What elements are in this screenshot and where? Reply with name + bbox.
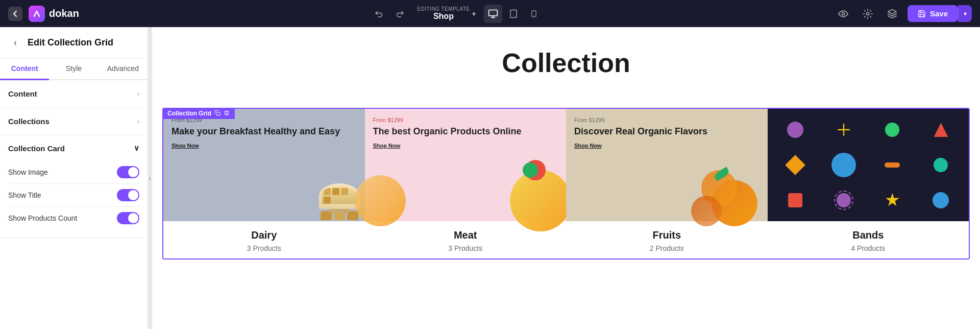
sidebar-section-collections[interactable]: Collections › [0, 108, 148, 135]
collection-grid: From $1299 Make your Breakfast Healthy a… [162, 108, 970, 260]
card-shop-now-dairy[interactable]: Shop Now [172, 143, 357, 149]
sidebar: ‹ Edit Collection Grid Content Style Adv… [0, 27, 148, 329]
chevron-right-icon: › [137, 118, 139, 125]
card-from-fruits: From $1299 [574, 117, 760, 123]
preview-button[interactable] [834, 5, 852, 23]
collection-heading: Collection [152, 27, 980, 93]
card-image-bands [768, 109, 969, 221]
svg-rect-10 [217, 112, 220, 116]
sidebar-section-content[interactable]: Content › [0, 80, 148, 108]
card-shop-now-fruits[interactable]: Shop Now [574, 143, 760, 149]
topbar-right: Save ▾ [834, 5, 972, 23]
sidebar-resize-handle[interactable] [148, 27, 152, 329]
chevron-down-icon: ∨ [134, 144, 139, 153]
svg-point-7 [842, 12, 844, 15]
collection-grid-wrapper: Collection Grid From $1299 Make your Bre… [152, 108, 980, 270]
logo-icon [29, 6, 45, 22]
toggle-show-image: Show Image [8, 161, 139, 184]
undo-button[interactable] [370, 5, 388, 23]
card-count-bands: 4 Products [774, 244, 963, 252]
device-buttons [484, 5, 543, 23]
show-products-count-toggle[interactable] [117, 212, 139, 224]
mobile-view-button[interactable] [525, 5, 543, 23]
sidebar-tabs: Content Style Advanced [0, 58, 148, 80]
card-title-fruits: Discover Real Organic Flavors [574, 126, 760, 137]
redo-button[interactable] [390, 5, 409, 23]
save-label: Save [930, 9, 948, 18]
template-dropdown-arrow: ▾ [472, 10, 476, 18]
topbar-center: EDITING TEMPLATE Shop ▾ [370, 5, 543, 23]
editing-template-info: EDITING TEMPLATE Shop [417, 6, 470, 21]
card-name-fruits: Fruits [572, 229, 762, 241]
copy-grid-icon[interactable] [214, 110, 220, 117]
logo: dokan [29, 6, 79, 22]
tablet-view-button[interactable] [504, 5, 523, 23]
svg-marker-9 [888, 9, 897, 13]
card-image-meat: From $1299 The best Organic Products Onl… [365, 109, 567, 221]
card-image-dairy: From $1299 Make your Breakfast Healthy a… [163, 109, 365, 221]
card-title-dairy: Make your Breakfast Healthy and Easy [172, 126, 357, 137]
canvas: Collection Collection Grid From $1 [152, 27, 980, 329]
card-count-dairy: 3 Products [169, 244, 359, 252]
card-from-meat: From $1299 [373, 117, 558, 123]
main-content: Collection Collection Grid From $1 [152, 27, 980, 329]
svg-point-8 [866, 12, 869, 15]
tab-style[interactable]: Style [49, 58, 98, 80]
save-button[interactable]: Save [908, 5, 958, 22]
chevron-right-icon: › [137, 90, 139, 98]
collection-card-meat: From $1299 The best Organic Products Onl… [365, 109, 567, 258]
collection-grid-label: Collection Grid [162, 108, 235, 119]
collection-card-header[interactable]: Collection Card ∨ [8, 144, 139, 153]
main-layout: ‹ Edit Collection Grid Content Style Adv… [0, 27, 980, 329]
desktop-view-button[interactable] [484, 5, 502, 23]
card-info-fruits: Fruits 2 Products [566, 221, 768, 258]
logo-text: dokan [49, 8, 79, 19]
card-name-bands: Bands [774, 229, 963, 241]
back-button[interactable] [8, 7, 22, 21]
undo-redo-group [370, 5, 409, 23]
save-button-group: Save ▾ [908, 5, 972, 22]
card-name-dairy: Dairy [169, 229, 359, 241]
card-info-dairy: Dairy 3 Products [163, 221, 365, 258]
sidebar-header: ‹ Edit Collection Grid [0, 27, 148, 58]
settings-button[interactable] [859, 5, 877, 23]
layers-button[interactable] [883, 5, 901, 23]
collection-card-fruits: From $1299 Discover Real Organic Flavors… [566, 109, 768, 258]
collection-card-dairy: From $1299 Make your Breakfast Healthy a… [163, 109, 365, 258]
template-selector[interactable]: EDITING TEMPLATE Shop ▾ [417, 6, 475, 21]
card-title-meat: The best Organic Products Online [373, 126, 558, 137]
card-name-meat: Meat [371, 229, 560, 241]
tab-content[interactable]: Content [0, 58, 49, 80]
show-image-toggle[interactable] [117, 166, 139, 178]
save-dropdown-button[interactable]: ▾ [958, 5, 972, 22]
toggle-show-products-count: Show Products Count [8, 207, 139, 229]
topbar-left: dokan [8, 6, 79, 22]
card-count-fruits: 2 Products [572, 244, 762, 252]
collection-card-section: Collection Card ∨ Show Image Show Title … [0, 135, 148, 238]
card-shop-now-meat[interactable]: Shop Now [373, 143, 558, 149]
delete-grid-icon[interactable] [224, 110, 230, 117]
svg-rect-0 [488, 10, 497, 16]
collection-card-bands: Bands 4 Products [768, 109, 969, 258]
tab-advanced[interactable]: Advanced [99, 58, 148, 80]
card-image-fruits: From $1299 Discover Real Organic Flavors… [566, 109, 768, 221]
sidebar-back-button[interactable]: ‹ [8, 35, 22, 50]
template-name: Shop [433, 12, 454, 21]
sidebar-title: Edit Collection Grid [28, 37, 113, 48]
card-count-meat: 3 Products [371, 244, 560, 252]
topbar: dokan EDITING TEMPLATE Shop ▾ [0, 0, 980, 27]
show-title-toggle[interactable] [117, 189, 139, 201]
card-info-bands: Bands 4 Products [768, 221, 969, 258]
toggle-show-title: Show Title [8, 184, 139, 207]
editing-label: EDITING TEMPLATE [417, 6, 470, 12]
